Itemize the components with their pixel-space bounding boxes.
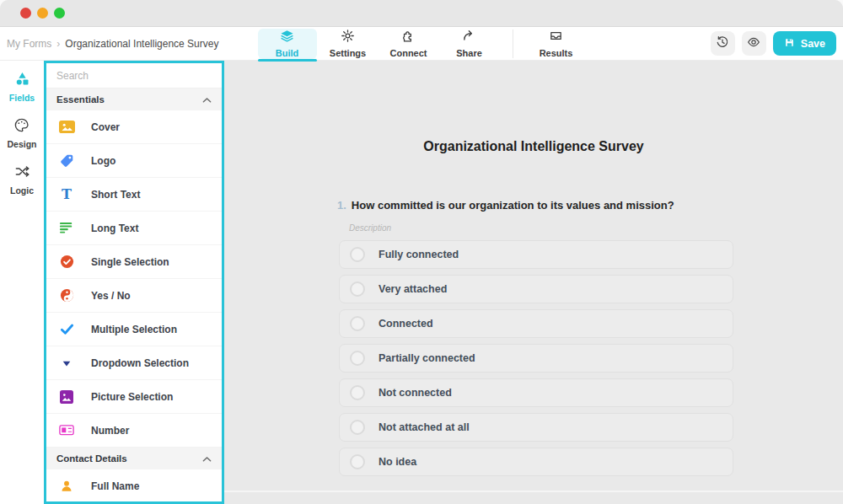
search-input[interactable] xyxy=(46,70,222,82)
layers-icon xyxy=(280,29,294,46)
field-item-full-name[interactable]: Full Name xyxy=(46,469,222,503)
yes-no-icon xyxy=(58,287,75,304)
question-text[interactable]: How committed is our organization to its… xyxy=(352,196,674,215)
history-icon xyxy=(716,35,729,51)
breadcrumb-current-form: Organizational Intelligence Survey xyxy=(65,38,218,50)
single-selection-icon xyxy=(58,254,75,271)
radio-icon xyxy=(350,247,365,262)
number-icon xyxy=(58,422,75,439)
tab-results-label: Results xyxy=(540,48,573,58)
radio-icon xyxy=(350,420,365,435)
section-title: Essentials xyxy=(56,94,105,105)
option-no-idea[interactable]: No idea xyxy=(339,448,733,476)
fields-panel: Essentials Cover Logo T Short Text xyxy=(44,61,224,504)
save-button[interactable]: Save xyxy=(773,31,836,56)
window-titlebar xyxy=(0,0,843,27)
field-item-label: Picture Selection xyxy=(91,391,173,403)
field-item-label: Logo xyxy=(91,155,115,167)
form-canvas: Organizational Intelligence Survey 1. Ho… xyxy=(224,61,843,504)
option-label: Not connected xyxy=(379,387,452,399)
field-item-long-text[interactable]: Long Text xyxy=(46,212,222,245)
section-header-contact-details[interactable]: Contact Details xyxy=(46,448,222,469)
sidebar-item-fields-label: Fields xyxy=(9,93,35,103)
search-row xyxy=(46,63,222,88)
palette-icon xyxy=(13,117,30,137)
tab-connect[interactable]: Connect xyxy=(379,29,438,59)
radio-icon xyxy=(350,316,365,331)
field-item-picture-selection[interactable]: Picture Selection xyxy=(46,380,222,414)
option-label: Connected xyxy=(379,318,433,330)
field-item-short-text[interactable]: T Short Text xyxy=(46,178,222,212)
breadcrumb-my-forms-link[interactable]: My Forms xyxy=(7,38,51,50)
close-window-button[interactable] xyxy=(20,8,31,19)
option-fully-connected[interactable]: Fully connected xyxy=(339,240,733,269)
breadcrumb: My Forms › Organizational Intelligence S… xyxy=(7,27,218,60)
option-not-connected[interactable]: Not connected xyxy=(339,378,733,407)
question-1-options: Fully connected Very attached Connected … xyxy=(339,240,733,476)
field-item-label: Yes / No xyxy=(91,290,131,302)
chevron-up-icon xyxy=(202,451,212,466)
tab-results[interactable]: Results xyxy=(527,29,586,59)
option-connected[interactable]: Connected xyxy=(339,309,733,338)
long-text-icon xyxy=(58,220,75,237)
radio-icon xyxy=(350,454,365,469)
section-divider xyxy=(224,491,843,492)
field-item-label: Short Text xyxy=(91,189,140,201)
shuffle-icon xyxy=(14,164,30,183)
tab-share[interactable]: Share xyxy=(440,29,499,59)
gear-icon xyxy=(341,29,355,46)
dropdown-selection-icon xyxy=(58,355,75,372)
full-name-icon xyxy=(58,478,75,495)
section-title: Contact Details xyxy=(56,453,127,464)
field-item-label: Cover xyxy=(91,121,120,133)
section-header-essentials[interactable]: Essentials xyxy=(46,88,222,110)
field-item-label: Multiple Selection xyxy=(91,324,177,335)
field-item-single-selection[interactable]: Single Selection xyxy=(46,245,222,279)
sidebar-item-design[interactable]: Design xyxy=(7,117,36,149)
tab-share-label: Share xyxy=(456,48,482,58)
tab-build[interactable]: Build xyxy=(258,29,317,59)
radio-icon xyxy=(350,351,365,366)
field-item-logo[interactable]: Logo xyxy=(46,144,222,178)
field-item-multiple-selection[interactable]: Multiple Selection xyxy=(46,313,222,346)
question-1-block[interactable]: 1. How committed is our organization to … xyxy=(337,196,733,476)
sidebar-item-logic[interactable]: Logic xyxy=(10,164,34,196)
save-button-label: Save xyxy=(801,38,825,50)
multiple-selection-icon xyxy=(58,321,75,338)
history-button[interactable] xyxy=(711,31,735,56)
field-item-label: Long Text xyxy=(91,223,138,234)
header-actions: Save xyxy=(711,27,836,60)
tab-connect-label: Connect xyxy=(390,48,427,58)
question-1-title: 1. How committed is our organization to … xyxy=(337,196,733,215)
app-header: My Forms › Organizational Intelligence S… xyxy=(0,27,843,61)
option-label: Not attached at all xyxy=(379,421,470,433)
option-label: Partially connected xyxy=(379,352,475,364)
sidebar-item-fields[interactable]: Fields xyxy=(9,71,35,103)
puzzle-icon xyxy=(401,29,416,46)
field-item-number[interactable]: Number xyxy=(46,414,222,448)
logo-icon xyxy=(58,153,75,169)
question-1-description-placeholder[interactable]: Description xyxy=(349,223,733,233)
left-nav-rail: Fields Design Logic xyxy=(0,61,44,504)
field-item-cover[interactable]: Cover xyxy=(46,110,222,144)
minimize-window-button[interactable] xyxy=(37,8,48,19)
field-item-dropdown-selection[interactable]: Dropdown Selection xyxy=(46,346,222,380)
option-not-attached-at-all[interactable]: Not attached at all xyxy=(339,413,733,442)
option-partially-connected[interactable]: Partially connected xyxy=(339,344,733,373)
tab-settings[interactable]: Settings xyxy=(319,29,378,59)
preview-button[interactable] xyxy=(742,31,766,56)
header-tabs: Build Settings Connect Share xyxy=(258,27,586,60)
option-label: Very attached xyxy=(379,283,447,295)
zoom-window-button[interactable] xyxy=(54,8,65,19)
tab-settings-label: Settings xyxy=(330,48,366,58)
tab-divider xyxy=(513,29,513,58)
field-item-yes-no[interactable]: Yes / No xyxy=(46,279,222,313)
form-title[interactable]: Organizational Intelligence Survey xyxy=(224,139,843,154)
picture-selection-icon xyxy=(58,389,75,405)
radio-icon xyxy=(350,281,365,297)
breadcrumb-separator: › xyxy=(56,38,60,50)
question-number: 1. xyxy=(337,196,346,215)
sidebar-item-design-label: Design xyxy=(7,139,36,149)
share-arrow-icon xyxy=(462,29,476,46)
option-very-attached[interactable]: Very attached xyxy=(339,275,733,303)
